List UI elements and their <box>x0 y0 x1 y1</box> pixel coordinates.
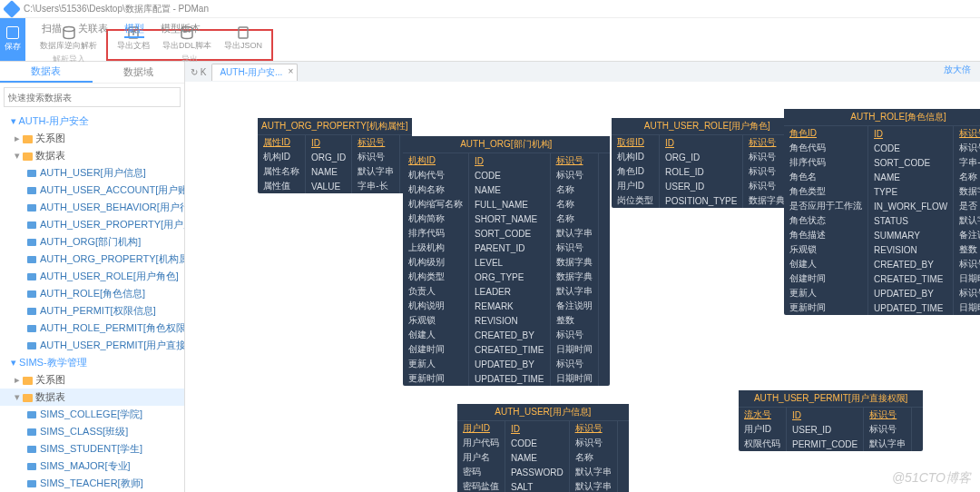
zoom-label[interactable]: 放大倍 <box>944 64 971 76</box>
tree-leaf[interactable]: AUTH_USER_PERMIT[用户直接权限] <box>0 337 184 354</box>
titlebar: C:\Users\51536\Desktop\数据库配置 - PDMan <box>0 0 980 18</box>
menu-model[interactable]: 模型 <box>124 22 144 38</box>
app-logo-icon <box>3 0 21 17</box>
tree-leaf[interactable]: AUTH_USER_ROLE[用户角色] <box>0 268 184 285</box>
tab-domain[interactable]: 数据域 <box>93 62 185 83</box>
tree-module[interactable]: ▾ AUTH-用户安全 <box>0 113 184 130</box>
close-tab-icon[interactable]: × <box>289 66 294 76</box>
sidebar: 数据表 数据域 ▾ AUTH-用户安全关系图数据表AUTH_USER[用户信息]… <box>0 62 185 492</box>
doc-tabbar: ↻ K AUTH-用户安... × 放大倍 <box>185 62 980 82</box>
entity-title: AUTH_USER_ROLE[用户角色] <box>612 118 802 135</box>
save-button[interactable]: 保存 <box>0 18 25 61</box>
entity-org_prop[interactable]: AUTH_ORG_PROPERTY[机构属性]属性IDID标识号机构IDORG_… <box>258 118 412 193</box>
tree-leaf[interactable]: SIMS_CLASS[班级] <box>0 423 184 440</box>
tree-leaf[interactable]: AUTH_USER_PROPERTY[用户属性] <box>0 216 184 233</box>
tree-module[interactable]: ▾ SIMS-教学管理 <box>0 354 184 371</box>
menu-version[interactable]: 模型版本 <box>161 22 201 38</box>
reload-icon[interactable]: ↻ K <box>191 67 206 77</box>
doc-tab[interactable]: AUTH-用户安... × <box>211 64 298 81</box>
tree-leaf[interactable]: AUTH_USER_ACCOUNT[用户账号] <box>0 182 184 199</box>
save-icon <box>6 26 19 39</box>
tree-leaf[interactable]: AUTH_USER[用户信息] <box>0 164 184 182</box>
entity-user[interactable]: AUTH_USER[用户信息]用户IDID标识号用户代码CODE标识号用户名NA… <box>457 404 629 492</box>
entity-title: AUTH_USER[用户信息] <box>457 404 629 421</box>
tree-leaf[interactable]: SIMS_STUDENT[学生] <box>0 440 184 458</box>
menubar: 扫描 关联表 模型 模型版本 <box>42 20 201 38</box>
window-title: C:\Users\51536\Desktop\数据库配置 - PDMan <box>24 3 209 15</box>
tree-leaf[interactable]: AUTH_ROLE_PERMIT[角色权限] <box>0 320 184 337</box>
svg-rect-3 <box>239 27 248 38</box>
export-json-button[interactable]: 导出JSON <box>224 25 262 52</box>
search-input[interactable] <box>4 87 181 107</box>
tab-datatable[interactable]: 数据表 <box>0 62 93 83</box>
tree-folder[interactable]: 数据表 <box>0 389 184 406</box>
tree-folder[interactable]: 数据表 <box>0 147 184 164</box>
menu-relation[interactable]: 关联表 <box>78 22 108 38</box>
entity-user_permit[interactable]: AUTH_USER_PERMIT[用户直接权限]流水号ID标识号用户IDUSER… <box>739 390 923 451</box>
tree-leaf[interactable]: AUTH_PERMIT[权限信息] <box>0 302 184 320</box>
er-canvas[interactable]: AUTH_ORG_PROPERTY[机构属性]属性IDID标识号机构IDORG_… <box>185 82 980 492</box>
canvas-area: ↻ K AUTH-用户安... × 放大倍 AUTH_ORG_PROPERTY[… <box>185 62 980 492</box>
tree-leaf[interactable]: SIMS_TEACHER[教师] <box>0 475 184 492</box>
tree-leaf[interactable]: AUTH_ROLE[角色信息] <box>0 285 184 302</box>
tree-leaf[interactable]: SIMS_COLLEGE[学院] <box>0 406 184 423</box>
export-json-icon <box>236 25 250 40</box>
tree-leaf[interactable]: SIMS_MAJOR[专业] <box>0 458 184 475</box>
toolbar: 保存 扫描 关联表 模型 模型版本 数据库逆向解析 解析导入 导出文档 导出DD… <box>0 18 980 62</box>
sidebar-tabs: 数据表 数据域 <box>0 62 184 84</box>
tree-folder[interactable]: 关系图 <box>0 371 184 389</box>
entity-title: AUTH_ORG[部门机构] <box>403 136 610 153</box>
menu-scan[interactable]: 扫描 <box>42 22 62 38</box>
tree-leaf[interactable]: AUTH_ORG[部门机构] <box>0 233 184 251</box>
entity-title: AUTH_ORG_PROPERTY[机构属性] <box>258 118 412 135</box>
entity-title: AUTH_USER_PERMIT[用户直接权限] <box>739 390 923 408</box>
tree-leaf[interactable]: AUTH_ORG_PROPERTY[机构属性] <box>0 251 184 268</box>
entity-role[interactable]: AUTH_ROLE[角色信息]角色IDID标识号角色代码CODE标识号排序代码S… <box>784 109 980 315</box>
tree[interactable]: ▾ AUTH-用户安全关系图数据表AUTH_USER[用户信息]AUTH_USE… <box>0 111 184 492</box>
tree-folder[interactable]: 关系图 <box>0 130 184 147</box>
entity-org[interactable]: AUTH_ORG[部门机构]机构IDID标识号机构代号CODE标识号机构名称NA… <box>403 136 610 386</box>
watermark: @51CTO博客 <box>892 470 971 487</box>
entity-user_role[interactable]: AUTH_USER_ROLE[用户角色]取得IDID标识号机构IDORG_ID标… <box>612 118 802 208</box>
tree-leaf[interactable]: AUTH_USER_BEHAVIOR[用户行为] <box>0 199 184 216</box>
entity-title: AUTH_ROLE[角色信息] <box>784 109 980 126</box>
